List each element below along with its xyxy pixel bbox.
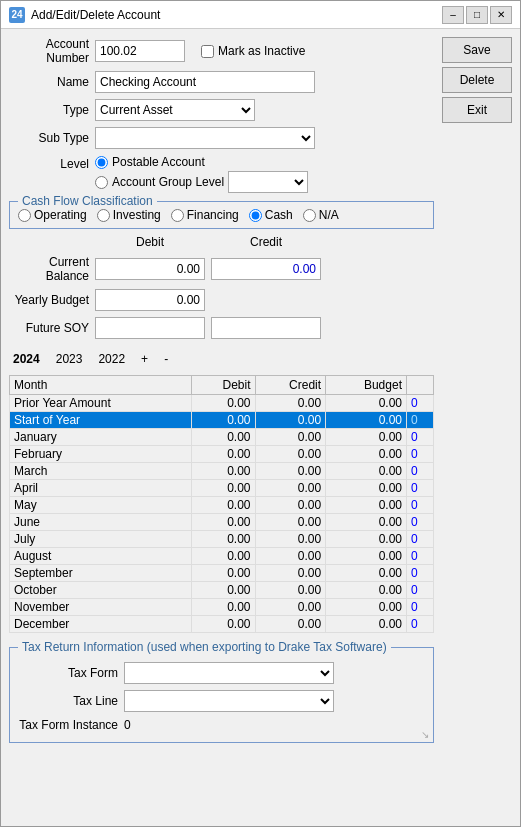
cell-month: August — [10, 548, 192, 565]
cf-financing: Financing — [171, 208, 239, 222]
postable-radio-row: Postable Account — [95, 155, 308, 169]
minimize-button[interactable]: – — [442, 6, 464, 24]
mark-inactive-checkbox[interactable] — [201, 45, 214, 58]
account-number-input[interactable] — [95, 40, 185, 62]
cell-credit: 0.00 — [255, 395, 326, 412]
cell-debit: 0.00 — [191, 446, 255, 463]
cell-credit: 0.00 — [255, 497, 326, 514]
cell-link[interactable]: 0 — [406, 548, 433, 565]
tax-line-label: Tax Line — [18, 694, 118, 708]
col-debit: Debit — [191, 376, 255, 395]
cell-link[interactable]: 0 — [406, 463, 433, 480]
cell-link[interactable]: 0 — [406, 395, 433, 412]
yearly-budget-label: Yearly Budget — [9, 293, 89, 307]
cell-month: October — [10, 582, 192, 599]
name-input[interactable] — [95, 71, 315, 93]
cell-link[interactable]: 0 — [406, 531, 433, 548]
cell-credit: 0.00 — [255, 463, 326, 480]
cell-credit: 0.00 — [255, 446, 326, 463]
cell-link[interactable]: 0 — [406, 514, 433, 531]
table-row[interactable]: February 0.00 0.00 0.00 0 — [10, 446, 434, 463]
cell-link[interactable]: 0 — [406, 497, 433, 514]
cell-debit: 0.00 — [191, 531, 255, 548]
name-row: Name — [9, 71, 434, 93]
yearly-budget-row: Yearly Budget — [9, 289, 434, 311]
tax-line-select[interactable] — [124, 690, 334, 712]
table-row[interactable]: November 0.00 0.00 0.00 0 — [10, 599, 434, 616]
cf-investing-radio[interactable] — [97, 209, 110, 222]
current-balance-credit[interactable] — [211, 258, 321, 280]
table-row[interactable]: Start of Year 0.00 0.00 0.00 0 — [10, 412, 434, 429]
tax-instance-value: 0 — [124, 718, 131, 732]
cell-link[interactable]: 0 — [406, 599, 433, 616]
year-tab-2023[interactable]: 2023 — [52, 351, 87, 367]
main-form: Account Number Mark as Inactive Name Typ… — [9, 37, 434, 818]
exit-button[interactable]: Exit — [442, 97, 512, 123]
cell-link[interactable]: 0 — [406, 480, 433, 497]
title-controls: – □ ✕ — [442, 6, 512, 24]
tax-line-row: Tax Line — [18, 690, 425, 712]
monthly-table: Month Debit Credit Budget Prior Year Amo… — [9, 375, 434, 633]
year-tab-2022[interactable]: 2022 — [94, 351, 129, 367]
cell-link[interactable]: 0 — [406, 429, 433, 446]
future-soy-credit[interactable] — [211, 317, 321, 339]
table-row[interactable]: October 0.00 0.00 0.00 0 — [10, 582, 434, 599]
cf-cash: Cash — [249, 208, 293, 222]
table-row[interactable]: July 0.00 0.00 0.00 0 — [10, 531, 434, 548]
remove-year-button[interactable]: - — [160, 352, 172, 366]
cell-link[interactable]: 0 — [406, 582, 433, 599]
type-select[interactable]: Current Asset Fixed Asset Other Asset Li… — [95, 99, 255, 121]
cell-debit: 0.00 — [191, 548, 255, 565]
table-row[interactable]: December 0.00 0.00 0.00 0 — [10, 616, 434, 633]
subtype-select[interactable] — [95, 127, 315, 149]
cell-link[interactable]: 0 — [406, 565, 433, 582]
mark-inactive-label: Mark as Inactive — [218, 44, 305, 58]
level-label: Level — [9, 155, 89, 171]
debit-header: Debit — [95, 235, 205, 249]
delete-button[interactable]: Delete — [442, 67, 512, 93]
postable-radio[interactable] — [95, 156, 108, 169]
current-balance-debit[interactable] — [95, 258, 205, 280]
account-group-radio[interactable] — [95, 176, 108, 189]
cell-budget: 0.00 — [326, 480, 407, 497]
table-row[interactable]: June 0.00 0.00 0.00 0 — [10, 514, 434, 531]
cell-budget: 0.00 — [326, 395, 407, 412]
account-group-label: Account Group Level — [112, 175, 224, 189]
tax-form-select[interactable] — [124, 662, 334, 684]
col-link — [406, 376, 433, 395]
table-row[interactable]: April 0.00 0.00 0.00 0 — [10, 480, 434, 497]
table-row[interactable]: September 0.00 0.00 0.00 0 — [10, 565, 434, 582]
cf-financing-radio[interactable] — [171, 209, 184, 222]
tax-box: Tax Return Information (used when export… — [9, 647, 434, 743]
cell-credit: 0.00 — [255, 514, 326, 531]
table-row[interactable]: August 0.00 0.00 0.00 0 — [10, 548, 434, 565]
cf-investing-label: Investing — [113, 208, 161, 222]
table-row[interactable]: May 0.00 0.00 0.00 0 — [10, 497, 434, 514]
table-row[interactable]: January 0.00 0.00 0.00 0 — [10, 429, 434, 446]
cf-operating-label: Operating — [34, 208, 87, 222]
cf-na-radio[interactable] — [303, 209, 316, 222]
cf-operating-radio[interactable] — [18, 209, 31, 222]
save-button[interactable]: Save — [442, 37, 512, 63]
add-year-button[interactable]: + — [137, 352, 152, 366]
cell-credit: 0.00 — [255, 599, 326, 616]
cell-month: April — [10, 480, 192, 497]
close-button[interactable]: ✕ — [490, 6, 512, 24]
subtype-row: Sub Type — [9, 127, 434, 149]
table-row[interactable]: Prior Year Amount 0.00 0.00 0.00 0 — [10, 395, 434, 412]
table-row[interactable]: March 0.00 0.00 0.00 0 — [10, 463, 434, 480]
account-group-dropdown[interactable] — [228, 171, 308, 193]
cell-credit: 0.00 — [255, 565, 326, 582]
cell-link[interactable]: 0 — [406, 616, 433, 633]
maximize-button[interactable]: □ — [466, 6, 488, 24]
cell-budget: 0.00 — [326, 616, 407, 633]
yearly-budget-debit[interactable] — [95, 289, 205, 311]
cf-cash-radio[interactable] — [249, 209, 262, 222]
cell-link[interactable]: 0 — [406, 412, 433, 429]
cell-link[interactable]: 0 — [406, 446, 433, 463]
year-tab-2024[interactable]: 2024 — [9, 351, 44, 367]
cell-month: September — [10, 565, 192, 582]
cell-budget: 0.00 — [326, 599, 407, 616]
cell-debit: 0.00 — [191, 429, 255, 446]
future-soy-debit[interactable] — [95, 317, 205, 339]
